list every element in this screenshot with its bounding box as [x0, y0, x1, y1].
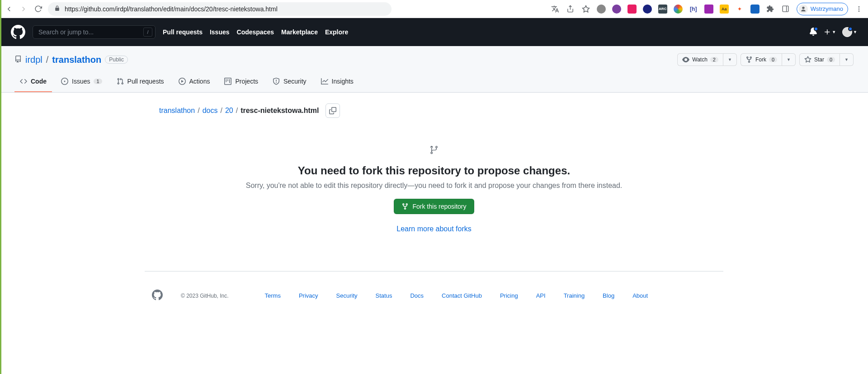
repo-icon — [14, 56, 22, 64]
create-new-button[interactable]: ▼ — [824, 28, 836, 36]
caret-down-icon: ▼ — [832, 30, 836, 34]
profile-label: Wstrzymano — [811, 5, 843, 12]
svg-rect-2 — [783, 6, 788, 12]
tab-label: Issues — [72, 78, 90, 85]
tab-insights[interactable]: Insights — [316, 74, 359, 92]
tab-label: Pull requests — [127, 78, 164, 85]
breadcrumb-part[interactable]: docs — [203, 107, 218, 115]
git-branch-icon — [429, 145, 439, 157]
user-menu-button[interactable]: ▼ — [842, 27, 857, 37]
user-avatar — [842, 27, 852, 37]
breadcrumb-current: tresc-nietekstowa.html — [241, 107, 319, 115]
fork-label: Fork — [755, 56, 766, 63]
browser-reload-button[interactable] — [33, 5, 42, 14]
translate-icon[interactable] — [551, 5, 560, 14]
nav-codespaces[interactable]: Codespaces — [237, 28, 274, 36]
notice-title: You need to fork this repository to prop… — [159, 164, 709, 177]
tab-pull-requests[interactable]: Pull requests — [111, 74, 170, 92]
share-icon[interactable] — [566, 5, 575, 14]
search-placeholder: Search or jump to... — [38, 28, 94, 36]
footer: © 2023 GitHub, Inc. Terms Privacy Securi… — [145, 271, 723, 320]
breadcrumb-root[interactable]: translathon — [159, 107, 195, 115]
fork-button[interactable]: Fork 0 — [741, 53, 782, 66]
tab-code[interactable]: Code — [14, 74, 52, 92]
fork-count: 0 — [769, 57, 777, 62]
main-content: translathon / docs / 20 / tresc-nietekst… — [145, 93, 723, 271]
watch-dropdown[interactable]: ▼ — [723, 53, 737, 66]
footer-pricing[interactable]: Pricing — [500, 292, 518, 299]
breadcrumb-separator: / — [46, 55, 49, 65]
nav-marketplace[interactable]: Marketplace — [281, 28, 318, 36]
repo-name-link[interactable]: translathon — [52, 55, 101, 65]
footer-api[interactable]: API — [536, 292, 546, 299]
footer-security[interactable]: Security — [336, 292, 358, 299]
github-logo[interactable] — [11, 25, 25, 39]
footer-contact[interactable]: Contact GitHub — [442, 292, 482, 299]
watch-button[interactable]: Watch 2 — [677, 53, 723, 66]
star-button[interactable]: Star 0 — [799, 53, 840, 66]
nav-issues[interactable]: Issues — [210, 28, 230, 36]
extension-icon[interactable] — [597, 5, 606, 14]
file-breadcrumb: translathon / docs / 20 / tresc-nietekst… — [159, 103, 709, 118]
breadcrumb-separator: / — [198, 107, 199, 115]
extension-icon[interactable] — [643, 5, 652, 14]
github-mark-icon[interactable] — [152, 290, 163, 302]
browser-back-button[interactable] — [5, 5, 14, 14]
extension-icon[interactable]: ARC — [658, 5, 667, 14]
caret-down-icon: ▼ — [853, 30, 857, 34]
profile-avatar-icon — [799, 5, 808, 14]
fork-dropdown[interactable]: ▼ — [782, 53, 796, 66]
learn-more-link[interactable]: Learn more about forks — [159, 225, 709, 233]
repo-owner-link[interactable]: irdpl — [25, 55, 42, 65]
bookmark-star-icon[interactable] — [581, 5, 590, 14]
tab-actions[interactable]: Actions — [173, 74, 216, 92]
footer-training[interactable]: Training — [564, 292, 585, 299]
browser-actions: ARC [h] Aa ✦ Wstrzymano — [551, 3, 863, 15]
notification-dot — [814, 27, 818, 31]
footer-about[interactable]: About — [632, 292, 648, 299]
footer-links: Terms Privacy Security Status Docs Conta… — [265, 292, 648, 299]
star-dropdown[interactable]: ▼ — [840, 53, 854, 66]
fork-repository-button[interactable]: Fork this repository — [394, 199, 474, 214]
tab-label: Actions — [189, 78, 210, 85]
breadcrumb-part[interactable]: 20 — [225, 107, 233, 115]
footer-status[interactable]: Status — [376, 292, 392, 299]
extension-icon[interactable] — [704, 5, 713, 14]
svg-point-4 — [802, 6, 804, 9]
footer-privacy[interactable]: Privacy — [299, 292, 318, 299]
tab-issues[interactable]: Issues 1 — [56, 74, 108, 92]
notifications-button[interactable] — [809, 28, 817, 37]
footer-terms[interactable]: Terms — [265, 292, 281, 299]
extension-icon[interactable] — [612, 5, 621, 14]
fork-notice: You need to fork this repository to prop… — [159, 136, 709, 260]
extension-icon[interactable] — [627, 5, 637, 14]
star-count: 0 — [827, 57, 835, 62]
window-edge — [0, 0, 1, 320]
browser-url-bar[interactable]: https://github.com/irdpl/translathon/edi… — [48, 2, 392, 16]
extension-icon[interactable]: [h] — [689, 5, 698, 14]
extension-icon[interactable]: ✦ — [735, 5, 744, 14]
side-panel-icon[interactable] — [781, 5, 790, 14]
extensions-puzzle-icon[interactable] — [766, 5, 775, 14]
svg-point-5 — [859, 6, 860, 8]
repo-tabs: Code Issues 1 Pull requests Actions Proj… — [14, 74, 854, 92]
copy-path-button[interactable] — [326, 103, 340, 118]
extension-icon[interactable]: Aa — [720, 5, 729, 14]
extension-icon[interactable] — [750, 5, 760, 14]
search-input[interactable]: Search or jump to... / — [33, 25, 156, 39]
lock-icon — [54, 5, 60, 13]
browser-forward-button[interactable] — [19, 5, 28, 14]
search-slash-hint: / — [143, 28, 152, 37]
repo-header: irdpl / translathon Public Watch 2 ▼ For… — [0, 46, 868, 93]
tab-projects[interactable]: Projects — [219, 74, 264, 92]
extension-icon[interactable] — [674, 5, 683, 14]
nav-explore[interactable]: Explore — [325, 28, 348, 36]
tab-security[interactable]: Security — [267, 74, 312, 92]
browser-menu-button[interactable] — [854, 5, 863, 14]
footer-blog[interactable]: Blog — [603, 292, 614, 299]
primary-nav: Pull requests Issues Codespaces Marketpl… — [163, 28, 348, 36]
nav-pull-requests[interactable]: Pull requests — [163, 28, 203, 36]
browser-profile-button[interactable]: Wstrzymano — [797, 3, 848, 15]
footer-docs[interactable]: Docs — [410, 292, 424, 299]
tab-label: Projects — [235, 78, 258, 85]
